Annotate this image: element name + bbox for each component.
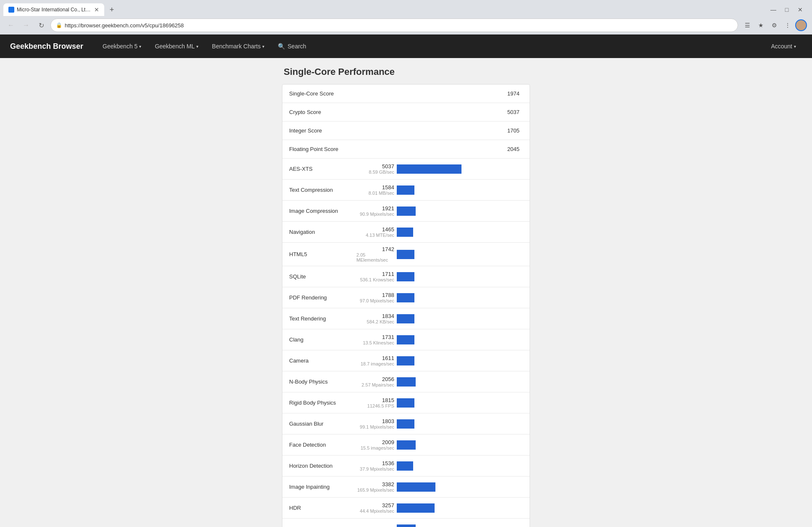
bench-unit-8: 13.5 Klines/sec (363, 340, 394, 345)
bench-label-8: Clang (289, 336, 356, 343)
bench-score-1: 1584 (382, 184, 394, 191)
bench-unit-1: 8.01 MB/sec (369, 191, 394, 196)
close-button[interactable]: ✕ (795, 5, 805, 15)
menu-button[interactable]: ⋮ (782, 19, 794, 31)
toolbar-actions: ☰ ★ ⚙ ⋮ (741, 19, 807, 31)
minimize-button[interactable]: — (768, 5, 778, 15)
tab-close-button[interactable]: ✕ (94, 7, 99, 13)
address-bar[interactable]: 🔒 (50, 19, 738, 32)
bench-unit-4: 2.05 MElements/sec (356, 252, 394, 262)
summary-value-0: 1974 (494, 90, 519, 97)
bench-score-area-3: 1465 4.13 MTE/sec (356, 226, 394, 238)
bench-score-area-5: 1711 536.1 Krows/sec (356, 271, 394, 282)
bench-score-area-12: 1803 99.1 Mpixels/sec (356, 418, 394, 429)
app-nav: Geekbench Browser Geekbench 5 ▾ Geekbenc… (0, 34, 812, 58)
benchmark-row-7: Text Rendering 1834 584.2 KB/sec (282, 308, 530, 329)
brand-logo[interactable]: Geekbench Browser (10, 42, 83, 51)
chevron-down-icon: ▾ (794, 44, 796, 49)
extensions-button[interactable]: ⚙ (768, 19, 780, 31)
reader-view-button[interactable]: ☰ (741, 19, 753, 31)
bench-score-area-1: 1584 8.01 MB/sec (356, 184, 394, 196)
bench-unit-13: 15.5 images/sec (361, 445, 394, 450)
bench-unit-0: 8.59 GB/sec (369, 169, 394, 175)
summary-row-3: Floating Point Score 2045 (282, 140, 530, 159)
bench-score-9: 1611 (382, 355, 394, 361)
bench-bar-7 (397, 314, 414, 323)
nav-account[interactable]: Account ▾ (765, 40, 802, 53)
bench-unit-12: 99.1 Mpixels/sec (360, 424, 394, 429)
bench-bar-3 (397, 228, 413, 237)
bench-bar-2 (397, 207, 416, 216)
bench-bar-wrap-16 (397, 503, 523, 513)
benchmark-row-6: PDF Rendering 1788 97.0 Mpixels/sec (282, 287, 530, 308)
chevron-down-icon: ▾ (196, 44, 198, 49)
benchmark-row-9: Camera 1611 18.7 images/sec (282, 350, 530, 371)
bookmark-button[interactable]: ★ (755, 19, 767, 31)
bench-score-area-7: 1834 584.2 KB/sec (356, 313, 394, 324)
benchmark-row-17: Ray Tracing 2048 (282, 519, 530, 527)
bench-bar-wrap-7 (397, 314, 523, 323)
profile-button[interactable] (795, 19, 807, 31)
bench-label-2: Image Compression (289, 208, 356, 214)
bench-score-5: 1711 (382, 271, 394, 277)
bench-score-area-13: 2009 15.5 images/sec (356, 439, 394, 450)
bench-label-10: N-Body Physics (289, 379, 356, 385)
bench-label-16: HDR (289, 505, 356, 511)
restore-button[interactable]: □ (782, 5, 792, 15)
bench-score-area-9: 1611 18.7 images/sec (356, 355, 394, 366)
main-content: Single-Core Performance Single-Core Scor… (0, 58, 812, 527)
nav-items: Geekbench 5 ▾ Geekbench ML ▾ Benchmark C… (97, 40, 312, 53)
url-input[interactable] (65, 22, 733, 29)
chevron-down-icon: ▾ (262, 44, 264, 49)
lock-icon: 🔒 (56, 22, 62, 28)
summary-label-0: Single-Core Score (289, 90, 494, 97)
bench-bar-wrap-1 (397, 185, 523, 195)
bench-bar-wrap-11 (397, 398, 523, 408)
bench-score-area-16: 3257 44.4 Mpixels/sec (356, 502, 394, 514)
bench-score-area-15: 3382 165.9 Mpixels/sec (356, 481, 394, 493)
summary-row-2: Integer Score 1705 (282, 122, 530, 140)
bench-score-area-2: 1921 90.9 Mpixels/sec (356, 205, 394, 217)
bench-unit-14: 37.9 Mpixels/sec (360, 466, 394, 471)
summary-row-1: Crypto Score 5037 (282, 103, 530, 122)
bench-score-area-6: 1788 97.0 Mpixels/sec (356, 292, 394, 303)
bench-score-area-8: 1731 13.5 Klines/sec (356, 334, 394, 345)
bench-score-area-14: 1536 37.9 Mpixels/sec (356, 460, 394, 471)
bench-label-6: PDF Rendering (289, 294, 356, 301)
new-tab-button[interactable]: + (106, 4, 118, 16)
bench-bar-wrap-4 (397, 250, 523, 259)
score-table: Single-Core Score 1974 Crypto Score 5037… (282, 84, 530, 527)
benchmark-row-5: SQLite 1711 536.1 Krows/sec (282, 266, 530, 287)
reload-button[interactable]: ↻ (35, 19, 47, 31)
back-button[interactable]: ← (5, 19, 17, 31)
bench-bar-wrap-0 (397, 164, 523, 174)
benchmark-row-3: Navigation 1465 4.13 MTE/sec (282, 222, 530, 243)
bench-bar-10 (397, 377, 416, 387)
nav-geekbench-ml[interactable]: Geekbench ML ▾ (149, 40, 204, 53)
bench-bar-14 (397, 461, 413, 471)
benchmark-row-15: Image Inpainting 3382 165.9 Mpixels/sec (282, 477, 530, 498)
search-icon: 🔍 (278, 43, 285, 50)
forward-button[interactable]: → (20, 19, 32, 31)
bench-unit-7: 584.2 KB/sec (367, 319, 394, 324)
active-tab[interactable]: Micro-Star International Co., Ltd... ✕ (3, 3, 104, 16)
tab-favicon (8, 7, 14, 13)
bench-score-0: 5037 (382, 163, 394, 169)
nav-search[interactable]: 🔍 Search (272, 40, 312, 53)
bench-bar-11 (397, 398, 414, 408)
bench-label-9: Camera (289, 358, 356, 364)
bench-bar-1 (397, 185, 414, 195)
bench-score-2: 1921 (382, 205, 394, 212)
summary-label-3: Floating Point Score (289, 146, 494, 152)
nav-benchmark-charts[interactable]: Benchmark Charts ▾ (206, 40, 270, 53)
benchmark-rows: AES-XTS 5037 8.59 GB/sec Text Compressio… (282, 159, 530, 527)
bench-bar-8 (397, 335, 414, 344)
benchmark-row-8: Clang 1731 13.5 Klines/sec (282, 329, 530, 350)
summary-row-0: Single-Core Score 1974 (282, 85, 530, 103)
content-wrapper: Single-Core Performance Single-Core Scor… (282, 66, 530, 527)
bench-score-12: 1803 (382, 418, 394, 424)
bench-score-7: 1834 (382, 313, 394, 319)
summary-value-2: 1705 (494, 127, 519, 134)
benchmark-row-16: HDR 3257 44.4 Mpixels/sec (282, 498, 530, 519)
nav-geekbench5[interactable]: Geekbench 5 ▾ (97, 40, 147, 53)
